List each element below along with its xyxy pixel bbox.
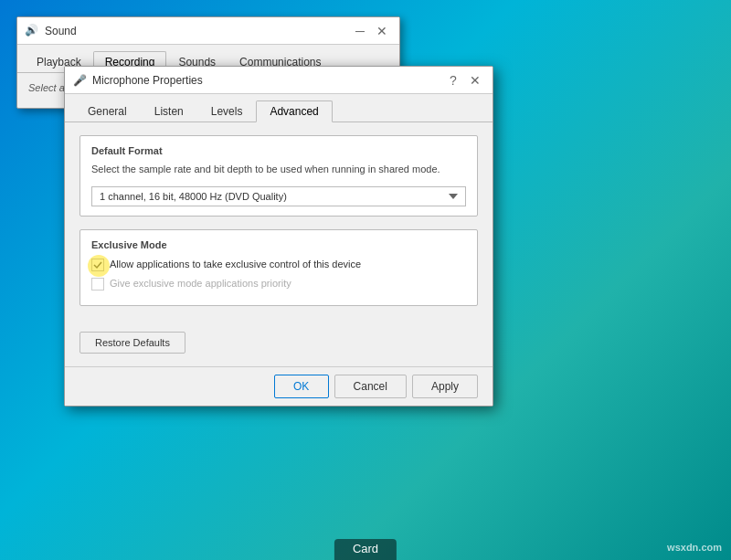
sound-title-bar: 🔊 Sound ─ ✕: [17, 17, 399, 45]
mic-close-button[interactable]: ✕: [465, 70, 485, 90]
exclusive-priority-row: Give exclusive mode applications priorit…: [91, 277, 466, 291]
ok-button[interactable]: OK: [274, 375, 329, 398]
default-format-desc: Select the sample rate and bit depth to …: [91, 162, 466, 177]
mic-content: Default Format Select the sample rate an…: [65, 122, 493, 332]
mic-title-left: 🎤 Microphone Properties: [72, 73, 203, 88]
mic-icon: 🎤: [72, 73, 87, 88]
mic-tab-advanced[interactable]: Advanced: [256, 100, 332, 122]
mic-bottom-bar: Restore Defaults: [65, 332, 493, 366]
mic-title-controls: ? ✕: [443, 70, 485, 90]
watermark: wsxdn.com: [667, 542, 722, 553]
apply-button[interactable]: Apply: [412, 375, 478, 398]
default-format-section: Default Format Select the sample rate an…: [79, 135, 478, 217]
card-label: Card: [334, 539, 397, 560]
desktop: 🔊 Sound ─ ✕ Playback Recording Sounds Co…: [0, 0, 731, 560]
exclusive-priority-checkbox[interactable]: [91, 278, 104, 291]
mic-tab-general[interactable]: General: [74, 100, 141, 122]
exclusive-control-checkbox[interactable]: [91, 259, 104, 271]
mic-footer: OK Cancel Apply: [65, 366, 493, 406]
sound-icon: 🔊: [25, 24, 39, 38]
mic-tab-listen[interactable]: Listen: [141, 100, 197, 122]
exclusive-mode-label: Exclusive Mode: [91, 239, 466, 250]
exclusive-priority-label: Give exclusive mode applications priorit…: [110, 277, 291, 291]
sound-title-left: 🔊 Sound: [25, 24, 77, 38]
sound-close-button[interactable]: ✕: [372, 21, 392, 41]
mic-tabs: General Listen Levels Advanced: [65, 94, 493, 122]
exclusive-control-checkbox-wrap: [91, 259, 104, 271]
format-dropdown[interactable]: 1 channel, 16 bit, 44100 Hz (CD Quality)…: [91, 186, 466, 206]
restore-defaults-button[interactable]: Restore Defaults: [79, 332, 185, 354]
mic-title-text: Microphone Properties: [92, 74, 203, 87]
default-format-label: Default Format: [91, 145, 466, 156]
exclusive-control-row: Allow applications to take exclusive con…: [91, 258, 466, 271]
sound-minimize-button[interactable]: ─: [350, 21, 370, 41]
checkbox-check-icon: [93, 260, 102, 269]
cancel-button[interactable]: Cancel: [334, 375, 407, 398]
mic-title-bar: 🎤 Microphone Properties ? ✕: [65, 67, 493, 94]
sound-title-text: Sound: [45, 25, 77, 37]
mic-dialog: 🎤 Microphone Properties ? ✕ General List…: [64, 66, 493, 407]
exclusive-control-label: Allow applications to take exclusive con…: [110, 258, 361, 271]
sound-title-controls: ─ ✕: [350, 21, 392, 41]
exclusive-mode-section: Exclusive Mode Allow applications to tak…: [79, 229, 478, 307]
mic-tab-levels[interactable]: Levels: [197, 100, 257, 122]
mic-help-button[interactable]: ?: [443, 70, 463, 90]
